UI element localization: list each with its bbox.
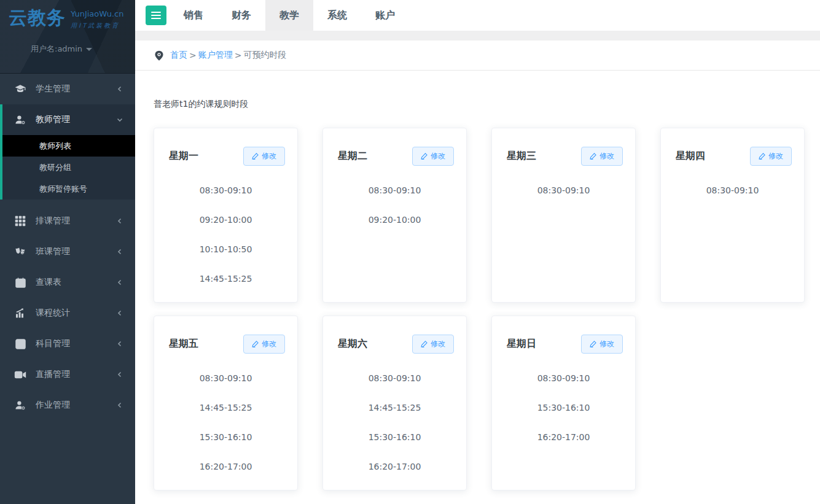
main-area: 销售 财务 教学 系统 账户 首页 > 账户管理 > 可预约时段 普老师t1的约… (135, 0, 820, 504)
page-title: 普老师t1的约课规则时段 (154, 99, 820, 110)
submenu-label: 教研分组 (39, 162, 71, 173)
sidebar-subitem-suspended-accounts[interactable]: 教师暂停账号 (2, 178, 135, 200)
tab-account[interactable]: 账户 (361, 0, 409, 31)
time-slot: 08:30-09:10 (661, 176, 804, 205)
caret-down-icon (86, 48, 92, 51)
chevron-left-icon (117, 249, 123, 255)
schedule-card-wednesday: 星期三 修改 08:30-09:10 (491, 128, 636, 303)
sidebar-item-label: 课程统计 (36, 308, 117, 319)
svg-text:23: 23 (17, 281, 23, 286)
time-slot: 08:30-09:10 (154, 363, 297, 393)
graduation-cap-icon (14, 83, 27, 95)
day-title: 星期日 (507, 338, 536, 351)
masks-icon (14, 246, 27, 258)
time-slot: 14:45-15:25 (154, 393, 297, 422)
page-content: 普老师t1的约课规则时段 星期一 修改 08:30-09:10 09:20-10… (135, 71, 820, 490)
breadcrumb: 首页 > 账户管理 > 可预约时段 (135, 41, 820, 71)
sidebar: 云教务 YunJiaoWu.cn 用IT武装教育 用户名:admin 学生管理 (0, 0, 135, 504)
sidebar-subitem-research-groups[interactable]: 教研分组 (2, 157, 135, 178)
sidebar-item-label: 科目管理 (36, 338, 117, 349)
sidebar-item-subject-mgmt[interactable]: 5+2 科目管理 (0, 328, 135, 359)
edit-button[interactable]: 修改 (243, 147, 285, 166)
day-title: 星期三 (507, 150, 536, 163)
time-slot: 08:30-09:10 (492, 176, 635, 205)
hamburger-icon (151, 12, 161, 13)
tab-teaching[interactable]: 教学 (265, 0, 313, 31)
time-slot: 14:45-15:25 (323, 393, 466, 422)
time-slot: 08:30-09:10 (323, 176, 466, 205)
pencil-icon (590, 153, 596, 160)
sidebar-item-class-course-mgmt[interactable]: 班课管理 (0, 236, 135, 267)
schedule-card-friday: 星期五 修改 08:30-09:10 14:45-15:25 15:30-16:… (154, 316, 298, 490)
time-slot: 09:20-10:00 (323, 205, 466, 235)
pencil-icon (252, 153, 259, 160)
tab-finance[interactable]: 财务 (217, 0, 265, 31)
username-label: 用户名:admin (31, 44, 82, 55)
top-navbar: 销售 财务 教学 系统 账户 (135, 0, 820, 31)
brand-domain: YunJiaoWu.cn (71, 9, 123, 19)
chevron-left-icon (117, 341, 123, 347)
brand-logo-text: 云教务 (9, 6, 66, 29)
sidebar-toggle-button[interactable] (146, 6, 166, 25)
sidebar-item-homework-mgmt[interactable]: 作业管理 (0, 390, 135, 421)
video-camera-icon (14, 368, 27, 381)
breadcrumb-separator: > (189, 50, 197, 60)
brand-logo: 云教务 YunJiaoWu.cn 用IT武装教育 (0, 0, 135, 30)
pencil-icon (252, 341, 259, 347)
time-slot: 09:20-10:00 (154, 205, 297, 235)
schedule-card-thursday: 星期四 修改 08:30-09:10 (660, 128, 805, 303)
day-title: 星期二 (338, 150, 367, 163)
time-slot: 15:30-16:10 (154, 422, 297, 452)
time-slot: 14:45-15:25 (154, 264, 297, 293)
breadcrumb-account-mgmt-link[interactable]: 账户管理 (198, 50, 233, 61)
time-slot: 08:30-09:10 (154, 176, 297, 205)
submenu-label: 教师列表 (39, 141, 71, 152)
chevron-left-icon (117, 310, 123, 316)
day-title: 星期一 (169, 150, 198, 163)
top-tabs: 销售 财务 教学 系统 账户 (170, 0, 409, 31)
submenu-label: 教师暂停账号 (39, 184, 87, 195)
schedule-card-sunday: 星期日 修改 08:30-09:10 15:30-16:10 16:20-17:… (491, 316, 636, 490)
chevron-left-icon (117, 402, 123, 408)
chevron-left-icon (117, 218, 123, 224)
schedule-cards-grid: 星期一 修改 08:30-09:10 09:20-10:00 10:10-10:… (154, 128, 811, 490)
sidebar-menu: 学生管理 教师管理 教师列表 教研分组 教师暂停账号 (0, 74, 135, 421)
breadcrumb-home-link[interactable]: 首页 (170, 50, 187, 61)
sidebar-item-timetable[interactable]: 23 查课表 (0, 267, 135, 298)
sidebar-item-scheduling-mgmt[interactable]: 排课管理 (0, 206, 135, 236)
sidebar-item-student-mgmt[interactable]: 学生管理 (0, 74, 135, 104)
day-title: 星期五 (169, 338, 198, 351)
edit-button[interactable]: 修改 (750, 147, 792, 166)
schedule-card-monday: 星期一 修改 08:30-09:10 09:20-10:00 10:10-10:… (154, 128, 298, 303)
header-divider-band (135, 31, 820, 41)
time-slot: 16:20-17:00 (492, 422, 635, 452)
edit-button[interactable]: 修改 (412, 335, 454, 354)
chart-icon (14, 307, 27, 319)
pencil-icon (421, 341, 428, 347)
sidebar-item-label: 学生管理 (36, 83, 117, 95)
svg-text:5+2: 5+2 (16, 341, 25, 346)
time-slot: 16:20-17:00 (154, 452, 297, 481)
schedule-card-saturday: 星期六 修改 08:30-09:10 14:45-15:25 15:30-16:… (322, 316, 467, 490)
breadcrumb-separator: > (235, 50, 242, 60)
time-slot: 16:20-17:00 (323, 452, 466, 481)
tab-system[interactable]: 系统 (313, 0, 361, 31)
edit-button[interactable]: 修改 (581, 147, 623, 166)
edit-button[interactable]: 修改 (581, 335, 623, 354)
location-pin-icon (154, 50, 164, 61)
edit-button[interactable]: 修改 (412, 147, 454, 166)
sidebar-subitem-teacher-list[interactable]: 教师列表 (2, 135, 135, 157)
person-add-icon (14, 399, 27, 411)
chevron-left-icon (117, 371, 123, 378)
time-slot: 08:30-09:10 (323, 363, 466, 393)
sidebar-item-teacher-mgmt[interactable]: 教师管理 (2, 104, 135, 135)
breadcrumb-current-page: 可预约时段 (243, 50, 286, 61)
sidebar-section-teacher-mgmt: 教师管理 教师列表 教研分组 教师暂停账号 (0, 104, 135, 200)
chevron-left-icon (117, 279, 123, 285)
time-slot: 15:30-16:10 (323, 422, 466, 452)
tab-sales[interactable]: 销售 (170, 0, 217, 31)
edit-button[interactable]: 修改 (243, 335, 285, 354)
user-menu[interactable]: 用户名:admin (31, 44, 135, 55)
sidebar-item-course-stats[interactable]: 课程统计 (0, 298, 135, 328)
sidebar-item-live-mgmt[interactable]: 直播管理 (0, 359, 135, 390)
